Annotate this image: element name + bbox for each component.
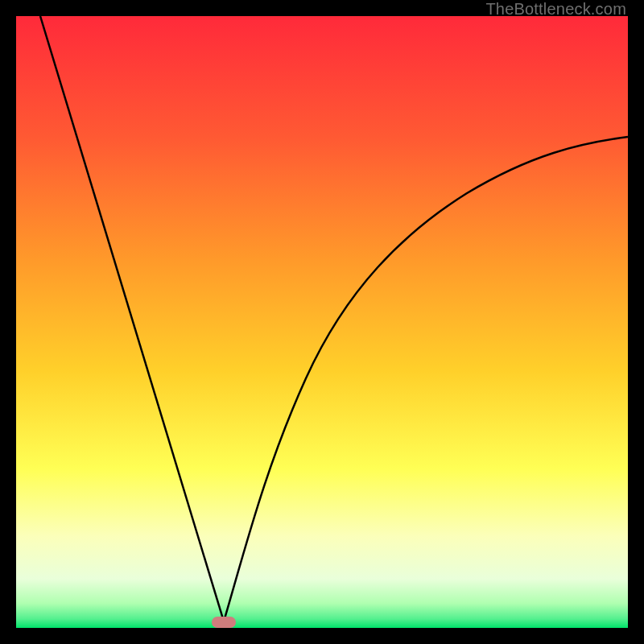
curve-left-branch [40, 16, 224, 621]
curve-right-branch [224, 137, 628, 621]
watermark-text: TheBottleneck.com [485, 0, 626, 19]
optimal-point-marker [212, 617, 236, 628]
bottleneck-curve [16, 16, 628, 628]
